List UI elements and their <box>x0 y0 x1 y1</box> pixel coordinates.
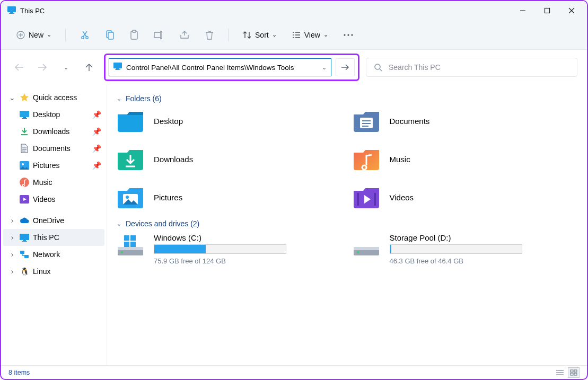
chevron-right-icon: › <box>8 216 16 225</box>
sidebar-network[interactable]: › Network <box>3 246 104 263</box>
chevron-down-icon[interactable]: ⌄ <box>322 64 327 71</box>
tiles-view-button[interactable] <box>568 367 580 378</box>
svg-rect-0 <box>7 6 16 12</box>
new-button[interactable]: New ⌄ <box>11 25 57 45</box>
sidebar-linux[interactable]: › 🐧 Linux <box>3 263 104 280</box>
drive-usage-bar <box>154 244 286 254</box>
sidebar-onedrive[interactable]: › OneDrive <box>3 212 104 229</box>
svg-rect-32 <box>116 68 119 69</box>
recent-locations-button[interactable]: ⌄ <box>57 59 74 76</box>
sidebar-item-music[interactable]: Music <box>3 174 104 191</box>
paste-button[interactable] <box>124 25 144 45</box>
drive-d[interactable]: Storage Pool (D:) 46.3 GB free of 46.4 G… <box>353 233 578 265</box>
go-button[interactable] <box>336 58 355 76</box>
up-button[interactable] <box>81 59 98 76</box>
plus-circle-icon <box>16 30 25 40</box>
svg-rect-47 <box>20 234 29 240</box>
toolbar-divider <box>65 29 66 41</box>
back-button[interactable] <box>11 59 28 76</box>
folder-music[interactable]: Music <box>353 146 578 172</box>
svg-point-30 <box>351 34 353 36</box>
sidebar-item-desktop[interactable]: Desktop 📌 <box>3 106 104 123</box>
sidebar-quick-access[interactable]: ⌄ Quick access <box>3 89 104 106</box>
view-button[interactable]: View ⌄ <box>286 25 334 45</box>
drive-usage-bar <box>390 244 522 254</box>
new-label: New <box>29 31 43 39</box>
share-button[interactable] <box>174 25 195 45</box>
close-button[interactable] <box>559 1 584 20</box>
window-title: This PC <box>20 7 45 15</box>
this-pc-icon <box>7 6 16 15</box>
folder-documents[interactable]: Documents <box>353 108 578 134</box>
address-input[interactable] <box>126 59 318 76</box>
sidebar-item-documents[interactable]: Documents 📌 <box>3 140 104 157</box>
chevron-down-icon: ⌄ <box>272 31 277 38</box>
folder-documents-icon <box>353 108 380 134</box>
svg-point-28 <box>344 34 345 36</box>
linux-label: Linux <box>33 267 50 276</box>
sidebar-item-downloads[interactable]: Downloads 📌 <box>3 123 104 140</box>
svg-rect-17 <box>133 30 136 32</box>
folder-desktop[interactable]: Desktop <box>117 108 342 134</box>
folder-pictures[interactable]: Pictures <box>117 184 342 210</box>
minimize-button[interactable] <box>511 1 535 20</box>
sidebar-item-label: Pictures <box>33 161 60 170</box>
svg-rect-60 <box>374 193 376 206</box>
svg-rect-50 <box>20 251 24 254</box>
toolbar-divider <box>228 29 229 41</box>
toolbar: New ⌄ Sort ⌄ View ⌄ <box>1 20 587 50</box>
svg-rect-69 <box>354 247 379 250</box>
chevron-down-icon: ⌄ <box>47 31 51 38</box>
cut-button[interactable] <box>74 25 95 45</box>
title-bar: This PC <box>1 1 587 20</box>
more-button[interactable] <box>338 25 359 45</box>
nav-row: ⌄ ⌄ <box>1 50 587 85</box>
folder-label: Videos <box>390 193 414 202</box>
rename-button[interactable] <box>148 25 170 45</box>
onedrive-label: OneDrive <box>33 216 64 225</box>
sidebar-this-pc[interactable]: › This PC <box>3 229 104 246</box>
sidebar-item-videos[interactable]: Videos <box>3 191 104 208</box>
folder-label: Documents <box>390 117 430 126</box>
maximize-button[interactable] <box>535 1 559 20</box>
drive-icon <box>353 233 380 259</box>
svg-point-10 <box>82 36 84 38</box>
svg-point-34 <box>375 64 380 69</box>
svg-rect-49 <box>22 241 27 242</box>
search-box[interactable] <box>366 58 577 77</box>
sidebar-item-pictures[interactable]: Pictures 📌 <box>3 157 104 174</box>
svg-rect-76 <box>571 373 573 375</box>
delete-button[interactable] <box>199 25 220 45</box>
folder-videos[interactable]: Videos <box>353 184 578 210</box>
sidebar-item-label: Documents <box>33 144 71 153</box>
quick-access-label: Quick access <box>33 93 77 102</box>
download-icon <box>19 126 30 137</box>
address-bar[interactable]: ⌄ <box>109 58 331 76</box>
details-view-button[interactable] <box>554 367 566 378</box>
svg-point-29 <box>347 34 349 36</box>
svg-rect-64 <box>124 235 129 241</box>
svg-point-44 <box>22 163 24 165</box>
drives-section-header[interactable]: ⌄ Devices and drives (2) <box>117 219 577 228</box>
windows-drive-icon <box>117 233 144 259</box>
folder-downloads[interactable]: Downloads <box>117 146 342 172</box>
forward-button[interactable] <box>34 59 51 76</box>
folder-pictures-icon <box>117 184 144 210</box>
svg-rect-75 <box>574 370 577 372</box>
star-icon <box>19 92 30 103</box>
rename-icon <box>154 30 164 40</box>
clipboard-icon <box>129 30 139 40</box>
chevron-down-icon: ⌄ <box>117 95 121 102</box>
svg-rect-4 <box>545 8 550 13</box>
sort-label: Sort <box>255 31 269 39</box>
chevron-right-icon: › <box>8 267 16 276</box>
sort-button[interactable]: Sort ⌄ <box>237 25 282 45</box>
address-highlight: ⌄ <box>104 54 359 81</box>
picture-icon <box>19 160 30 171</box>
folders-section-header[interactable]: ⌄ Folders (6) <box>117 94 577 103</box>
sidebar-item-label: Music <box>33 178 52 187</box>
status-item-count: 8 items <box>8 369 30 376</box>
search-input[interactable] <box>389 63 569 72</box>
drive-c[interactable]: Windows (C:) 75.9 GB free of 124 GB <box>117 233 342 265</box>
copy-button[interactable] <box>100 25 120 45</box>
